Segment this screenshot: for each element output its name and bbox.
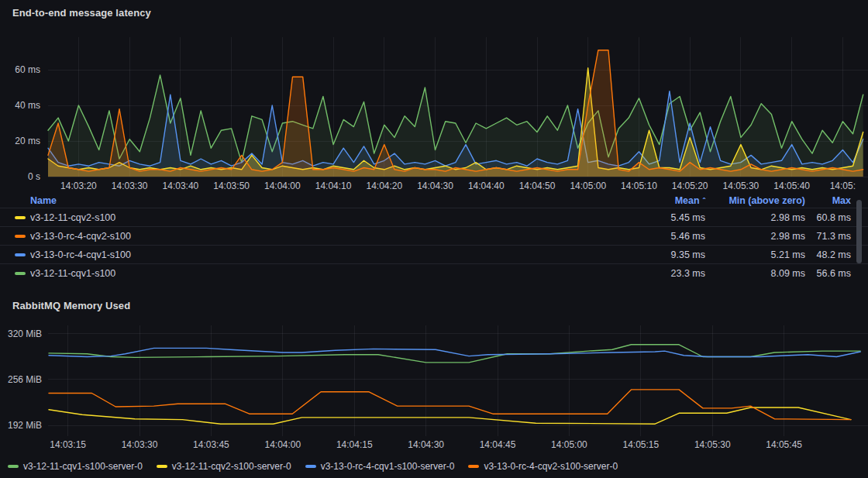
legend-item[interactable]: v3-12-11-cqv1-s100-server-0 — [8, 461, 143, 472]
y-tick-label: 60 ms — [15, 64, 40, 75]
x-tick-label: 14:05:15 — [622, 439, 659, 450]
x-tick-label: 14:03:50 — [213, 181, 250, 191]
mean-value: 5.46 ms — [612, 231, 705, 242]
x-tick-label: 14:04:10 — [315, 181, 352, 191]
x-tick-label: 14:05:30 — [694, 439, 731, 450]
x-tick-label: 14:05:00 — [570, 181, 606, 191]
series-name[interactable]: v3-13-0-rc-4-cqv2-s100 — [30, 231, 612, 242]
series-color-swatch — [8, 465, 19, 468]
x-tick-label: 14:04:15 — [336, 439, 373, 450]
legend-label: v3-13-0-rc-4-cqv1-s100-server-0 — [321, 461, 455, 472]
column-header-mean-label: Mean — [675, 195, 700, 206]
x-tick-label: 14:04:00 — [264, 439, 301, 450]
x-tick-label: 14:05:10 — [621, 181, 657, 191]
table-row[interactable]: v3-12-11-cqv1-s100 23.3 ms 8.09 ms 56.6 … — [0, 264, 868, 283]
mean-value: 5.45 ms — [612, 212, 705, 223]
memory-chart[interactable]: 192 MiB256 MiB320 MiB14:03:1514:03:3014:… — [0, 316, 868, 460]
x-tick-label: 14:05:00 — [551, 439, 587, 450]
table-scrollbar[interactable] — [856, 200, 862, 263]
memory-legend: v3-12-11-cqv1-s100-server-0 v3-12-11-cqv… — [8, 461, 618, 472]
column-header-min[interactable]: Min (above zero) — [705, 195, 805, 206]
series-color-swatch[interactable] — [15, 235, 26, 238]
x-tick-label: 14:03:30 — [112, 181, 148, 191]
series-line — [49, 408, 851, 424]
x-tick-label: 14:04:40 — [468, 181, 505, 191]
x-tick-label: 14:04:50 — [519, 181, 556, 191]
x-tick-label: 14:04:00 — [264, 181, 301, 191]
x-tick-label: 14:03:30 — [122, 439, 158, 450]
legend-table-header: Name Meanˆ Min (above zero) Max — [0, 194, 868, 208]
mean-value: 9.35 ms — [612, 249, 705, 260]
min-value: 2.98 ms — [705, 212, 805, 223]
series-line — [49, 348, 860, 356]
x-tick-label: 14:05: — [830, 181, 856, 191]
column-header-mean[interactable]: Meanˆ — [612, 195, 705, 206]
x-tick-label: 14:05:20 — [672, 181, 708, 191]
column-header-name[interactable]: Name — [30, 195, 612, 206]
series-name[interactable]: v3-13-0-rc-4-cqv1-s100 — [30, 249, 612, 260]
x-tick-label: 14:05:45 — [766, 439, 802, 450]
y-tick-label: 320 MiB — [8, 328, 42, 339]
table-row[interactable]: v3-13-0-rc-4-cqv2-s100 5.46 ms 2.98 ms 7… — [0, 227, 868, 246]
min-value: 5.21 ms — [705, 249, 805, 260]
series-color-swatch[interactable] — [15, 253, 26, 256]
series-name[interactable]: v3-12-11-cqv1-s100 — [30, 268, 612, 279]
x-tick-label: 14:04:20 — [366, 181, 402, 191]
x-tick-label: 14:04:30 — [417, 181, 453, 191]
memory-panel-title: RabbitMQ Memory Used — [12, 300, 130, 311]
legend-item[interactable]: v3-13-0-rc-4-cqv1-s100-server-0 — [305, 461, 455, 472]
legend-label: v3-12-11-cqv1-s100-server-0 — [23, 461, 143, 472]
y-tick-label: 0 s — [28, 171, 40, 182]
min-value: 2.98 ms — [705, 231, 805, 242]
min-value: 8.09 ms — [705, 268, 805, 279]
series-color-swatch — [157, 465, 167, 468]
legend-label: v3-12-11-cqv2-s100-server-0 — [172, 461, 291, 472]
series-color-swatch — [305, 465, 316, 468]
latency-panel-title: End-to-end message latency — [12, 7, 151, 19]
latency-chart[interactable]: 0 s20 ms40 ms60 ms14:03:2014:03:3014:03:… — [0, 29, 868, 194]
x-tick-label: 14:04:30 — [408, 439, 444, 450]
grafana-dashboard: End-to-end message latency 0 s20 ms40 ms… — [0, 0, 868, 478]
series-name[interactable]: v3-12-11-cqv2-s100 — [30, 212, 612, 223]
latency-legend-table: Name Meanˆ Min (above zero) Max v3-12-11… — [0, 194, 868, 283]
y-tick-label: 20 ms — [15, 136, 40, 146]
table-row[interactable]: v3-13-0-rc-4-cqv1-s100 9.35 ms 5.21 ms 4… — [0, 246, 868, 264]
y-tick-label: 256 MiB — [8, 374, 42, 385]
legend-item[interactable]: v3-13-0-rc-4-cqv2-s100-server-0 — [468, 461, 618, 472]
x-tick-label: 14:03:15 — [50, 439, 86, 450]
series-color-swatch — [468, 465, 479, 468]
mean-value: 23.3 ms — [612, 268, 705, 279]
x-tick-label: 14:03:45 — [193, 439, 229, 450]
series-color-swatch[interactable] — [15, 272, 26, 275]
series-color-swatch[interactable] — [15, 216, 26, 219]
y-tick-label: 40 ms — [15, 100, 40, 111]
x-tick-label: 14:03:40 — [163, 181, 199, 191]
x-tick-label: 14:04:45 — [480, 439, 516, 450]
legend-label: v3-13-0-rc-4-cqv2-s100-server-0 — [484, 461, 618, 472]
legend-item[interactable]: v3-12-11-cqv2-s100-server-0 — [157, 461, 291, 472]
x-tick-label: 14:05:40 — [773, 181, 810, 191]
y-tick-label: 192 MiB — [8, 420, 42, 431]
table-row[interactable]: v3-12-11-cqv2-s100 5.45 ms 2.98 ms 60.8 … — [0, 208, 868, 227]
series-line — [49, 390, 851, 420]
x-tick-label: 14:03:20 — [60, 181, 97, 191]
max-value: 56.6 ms — [805, 268, 866, 279]
x-tick-label: 14:05:30 — [723, 181, 760, 191]
